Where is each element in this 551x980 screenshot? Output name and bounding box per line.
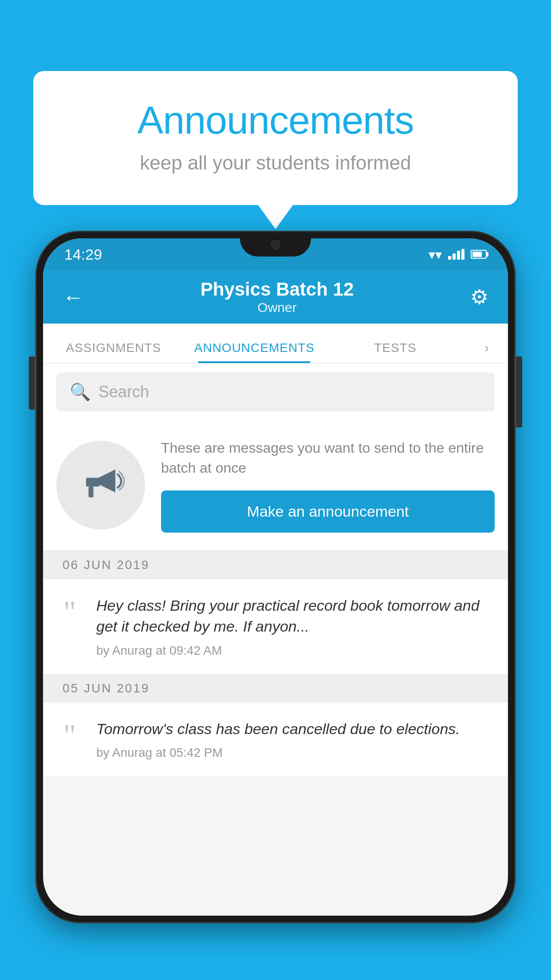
status-time: 14:29 [64,246,102,263]
cta-description: These are messages you want to send to t… [161,438,495,478]
speech-bubble-container: Announcements keep all your students inf… [33,71,518,205]
tab-announcements[interactable]: ANNOUNCEMENTS [184,324,325,363]
tab-more-icon[interactable]: › [466,341,508,363]
announcement-author-1: by Anurag at 09:42 AM [96,644,495,658]
search-placeholder: Search [98,383,149,401]
date-separator-1: 06 JUN 2019 [43,551,508,579]
announcement-content-1: Hey class! Bring your practical record b… [96,595,495,658]
phone-screen: 14:29 ▾▾ ← Phy [43,238,508,916]
batch-title: Physics Batch 12 [201,279,354,300]
speech-bubble: Announcements keep all your students inf… [33,71,518,205]
date-label-1: 06 JUN 2019 [63,558,150,572]
signal-bar-4 [461,249,464,260]
svg-rect-2 [89,487,94,498]
announcement-content-2: Tomorrow's class has been cancelled due … [96,719,495,760]
quote-icon-2: " [56,723,83,748]
date-label-2: 05 JUN 2019 [63,681,150,695]
phone-notch [240,232,311,257]
announcement-item-2[interactable]: " Tomorrow's class has been cancelled du… [43,703,508,777]
date-separator-2: 05 JUN 2019 [43,674,508,703]
announcement-message-1: Hey class! Bring your practical record b… [96,595,495,637]
batch-role: Owner [201,300,354,315]
back-button[interactable]: ← [63,285,84,309]
announcement-author-2: by Anurag at 05:42 PM [96,746,495,760]
battery-fill [472,252,482,257]
signal-bar-3 [457,251,460,260]
tab-tests[interactable]: TESTS [325,324,466,363]
status-icons: ▾▾ [429,247,487,262]
search-bar[interactable]: 🔍 Search [56,372,495,411]
speech-bubble-subtitle: keep all your students informed [69,152,482,174]
date-line-2 [157,688,488,688]
tab-assignments[interactable]: ASSIGNMENTS [43,324,184,363]
battery-icon [471,250,487,259]
svg-rect-1 [86,478,100,487]
svg-marker-0 [98,470,116,493]
signal-bars-icon [448,249,464,260]
announcement-item-1[interactable]: " Hey class! Bring your practical record… [43,579,508,674]
signal-bar-1 [448,256,451,260]
search-container: 🔍 Search [43,364,508,420]
megaphone-circle [56,441,145,530]
cta-right: These are messages you want to send to t… [161,438,495,533]
announcement-cta-section: These are messages you want to send to t… [43,420,508,551]
date-line-1 [157,565,488,565]
signal-bar-2 [453,253,456,260]
speech-bubble-title: Announcements [69,98,482,143]
phone-outer: 14:29 ▾▾ ← Phy [35,231,516,923]
phone-wrapper: 14:29 ▾▾ ← Phy [35,231,516,980]
quote-icon-1: " [56,600,83,624]
tabs-bar: ASSIGNMENTS ANNOUNCEMENTS TESTS › [43,324,508,364]
notch-camera [269,238,282,251]
app-header: ← Physics Batch 12 Owner ⚙ [43,270,508,324]
settings-icon[interactable]: ⚙ [470,285,488,309]
search-icon: 🔍 [70,382,91,402]
make-announcement-button[interactable]: Make an announcement [161,490,495,533]
megaphone-icon [76,461,125,510]
announcement-message-2: Tomorrow's class has been cancelled due … [96,719,495,740]
header-center: Physics Batch 12 Owner [201,279,354,315]
wifi-icon: ▾▾ [429,247,442,262]
